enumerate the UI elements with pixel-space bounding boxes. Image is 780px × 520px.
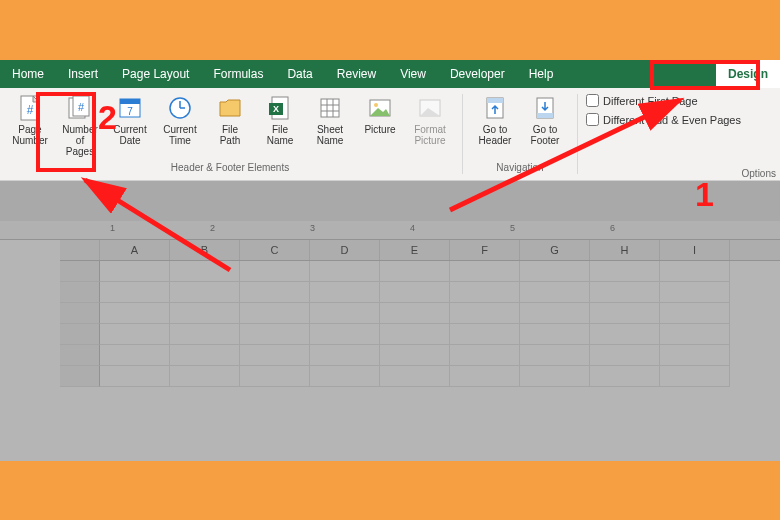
- clock-icon: [165, 93, 195, 123]
- file-name-button[interactable]: X FileName: [256, 90, 304, 160]
- tab-page-layout[interactable]: Page Layout: [110, 60, 201, 88]
- go-to-footer-button[interactable]: Go toFooter: [521, 90, 569, 160]
- number-of-pages-button[interactable]: # Number ofPages: [56, 90, 104, 160]
- table-row[interactable]: [60, 366, 780, 387]
- group-label-navigation: Navigation: [496, 160, 543, 174]
- group-options: Different First Page Different Odd & Eve…: [580, 88, 747, 180]
- different-first-page-checkbox[interactable]: Different First Page: [586, 94, 741, 107]
- group-navigation: Go toHeader Go toFooter Navigation: [465, 88, 575, 180]
- worksheet-area: 1 2 3 4 5 6 ABCDEFGHI: [0, 181, 780, 461]
- format-picture-icon: [415, 93, 445, 123]
- calendar-icon: 7: [115, 93, 145, 123]
- svg-text:#: #: [78, 101, 85, 113]
- sheet-icon: [315, 93, 345, 123]
- format-picture-button[interactable]: FormatPicture: [406, 90, 454, 160]
- number-of-pages-icon: #: [65, 93, 95, 123]
- folder-icon: [215, 93, 245, 123]
- go-to-header-button[interactable]: Go toHeader: [471, 90, 519, 160]
- svg-rect-14: [321, 99, 339, 117]
- tab-home[interactable]: Home: [0, 60, 56, 88]
- svg-rect-23: [487, 98, 503, 103]
- callout-number-2: 2: [98, 98, 117, 137]
- go-to-header-icon: [480, 93, 510, 123]
- table-row[interactable]: [60, 261, 780, 282]
- tab-design[interactable]: Design: [716, 60, 780, 88]
- svg-text:7: 7: [127, 106, 133, 117]
- svg-point-20: [374, 103, 378, 107]
- ribbon-panel: # PageNumber # Number ofPages 7 CurrentD…: [0, 88, 780, 181]
- file-path-button[interactable]: FilePath: [206, 90, 254, 160]
- horizontal-ruler: 1 2 3 4 5 6: [0, 221, 780, 240]
- different-odd-even-checkbox[interactable]: Different Odd & Even Pages: [586, 113, 741, 126]
- svg-text:#: #: [27, 103, 34, 117]
- svg-text:X: X: [273, 104, 279, 114]
- table-row[interactable]: [60, 324, 780, 345]
- separator: [577, 94, 578, 174]
- tab-view[interactable]: View: [388, 60, 438, 88]
- tab-data[interactable]: Data: [275, 60, 324, 88]
- tab-formulas[interactable]: Formulas: [201, 60, 275, 88]
- column-headers[interactable]: ABCDEFGHI: [60, 240, 780, 261]
- excel-file-icon: X: [265, 93, 295, 123]
- tab-help[interactable]: Help: [517, 60, 566, 88]
- group-label-hf-elements: Header & Footer Elements: [171, 160, 289, 174]
- svg-rect-25: [537, 113, 553, 118]
- picture-button[interactable]: Picture: [356, 90, 404, 160]
- page-number-button[interactable]: # PageNumber: [6, 90, 54, 160]
- separator: [462, 94, 463, 174]
- sheet-name-button[interactable]: SheetName: [306, 90, 354, 160]
- tab-review[interactable]: Review: [325, 60, 388, 88]
- page-number-icon: #: [15, 93, 45, 123]
- table-row[interactable]: [60, 345, 780, 366]
- callout-number-1: 1: [695, 175, 714, 214]
- picture-icon: [365, 93, 395, 123]
- ribbon-tabbar: Home Insert Page Layout Formulas Data Re…: [0, 60, 780, 88]
- svg-rect-6: [120, 99, 140, 104]
- group-label-options: Options: [742, 168, 776, 179]
- current-time-button[interactable]: CurrentTime: [156, 90, 204, 160]
- table-row[interactable]: [60, 303, 780, 324]
- group-header-footer-elements: # PageNumber # Number ofPages 7 CurrentD…: [0, 88, 460, 180]
- tab-insert[interactable]: Insert: [56, 60, 110, 88]
- table-row[interactable]: [60, 282, 780, 303]
- tab-developer[interactable]: Developer: [438, 60, 517, 88]
- go-to-footer-icon: [530, 93, 560, 123]
